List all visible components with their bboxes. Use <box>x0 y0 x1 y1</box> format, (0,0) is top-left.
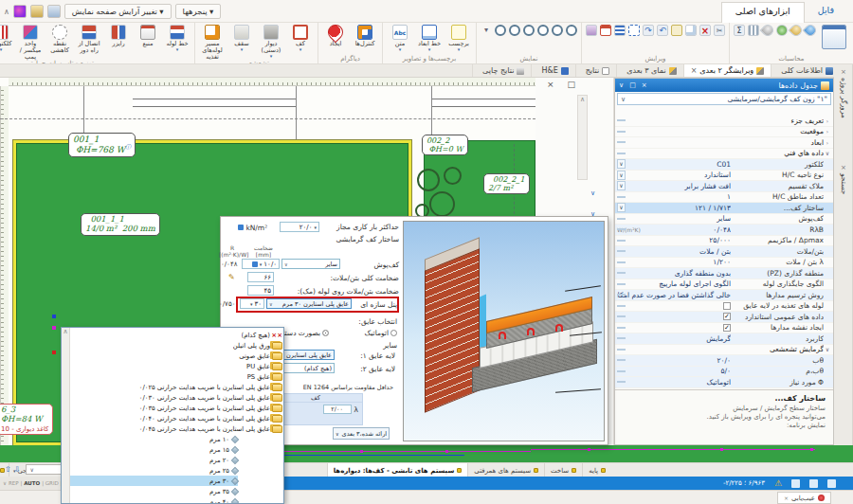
edit-pencil-icon[interactable]: ✎ <box>228 273 235 281</box>
close-tab-icon[interactable]: × <box>691 66 698 75</box>
ribbon-button[interactable] <box>494 25 507 37</box>
ribbon-button[interactable] <box>747 25 760 37</box>
combo-arrow-icon[interactable] <box>617 283 626 285</box>
ribbon-button[interactable] <box>565 25 578 37</box>
document-tab[interactable]: نتایج چاپی <box>472 64 531 77</box>
ribbon-button[interactable] <box>670 25 683 37</box>
property-row[interactable]: بتن/ملات بتن / ملات <box>615 246 833 258</box>
combo-arrow-icon[interactable] <box>617 218 626 220</box>
warning-icon[interactable]: ⚠ <box>774 478 782 488</box>
structural-panel-thickness-input[interactable]: ▾۳۰ <box>240 298 264 309</box>
document-tab[interactable]: ویرایشگر ۲ بعدی × <box>683 64 771 77</box>
scrollbar[interactable]: ∧ <box>577 95 588 180</box>
thickness-option[interactable]: ۱۰ مرم <box>70 434 238 444</box>
ribbon-button[interactable] <box>642 25 655 37</box>
ribbon-button[interactable] <box>480 25 493 37</box>
document-tab[interactable]: H&E <box>531 64 574 77</box>
ribbon-tab[interactable]: ابزارهای اصلی <box>721 2 805 23</box>
property-row[interactable]: ‹ تعریف جزء <box>615 116 833 127</box>
ribbon-button[interactable]: اتصال از راه دور <box>75 25 103 54</box>
color-wheel-icon[interactable] <box>13 5 27 18</box>
property-row[interactable]: θب،م ۵/۰ <box>615 367 833 378</box>
property-row[interactable]: الگوی جایگذاری لوله الگوی اجرای لوله مار… <box>615 279 833 291</box>
dropdown-item[interactable]: ‹ عایق PS <box>70 371 284 382</box>
selection-grip[interactable] <box>52 315 56 318</box>
thickness-option[interactable]: ۲۰ مرم <box>70 455 238 465</box>
property-row[interactable]: ‹ ابعاد <box>615 137 833 149</box>
dropdown-item[interactable]: ‹ ورق پلی اتیلن <box>70 340 284 351</box>
ribbon-button[interactable]: کف▾ <box>286 25 315 52</box>
checkbox[interactable]: ✓ <box>723 324 731 332</box>
room-label-001[interactable]: 001_1 ΦH=768 Wⓘ <box>68 133 136 157</box>
property-value[interactable]: C01 <box>617 160 731 169</box>
panel-header[interactable]: جدول داده‌ها × □ ∨ <box>615 79 833 92</box>
combo-arrow-icon[interactable] <box>617 359 626 361</box>
property-row[interactable]: ∨ داده هاي فني <box>615 149 833 160</box>
ribbon-button[interactable] <box>551 25 564 37</box>
combo-arrow-icon[interactable] <box>617 141 626 143</box>
ribbon-button[interactable] <box>733 25 746 37</box>
zone-label-001[interactable]: 001_1_1 14/0 m² 200 mm <box>81 213 160 236</box>
selection-grip[interactable] <box>52 326 56 330</box>
mode-toggles[interactable]: ∨ REP |AUTO| GRID | <box>0 477 61 490</box>
property-row[interactable]: RλB ۰/۰۴۸ (m²K)/W <box>615 225 833 236</box>
section-chevron-icon[interactable]: ∨ <box>824 346 831 352</box>
combo-arrow-icon[interactable] <box>617 272 626 274</box>
property-row[interactable]: تعداد مناطق H/C ۱ <box>615 192 833 204</box>
dropdown-item[interactable]: (هیچ کدام) <box>70 330 284 340</box>
ribbon-button[interactable] <box>775 25 789 37</box>
property-row[interactable]: ‹ موقعیت <box>615 127 833 138</box>
combo-arrow-icon[interactable]: ∨ <box>617 181 626 190</box>
dropdown-item[interactable]: ‹ عایق پلی استایرن با ضریب هدایت حرارتی … <box>70 413 284 423</box>
covering-combo[interactable]: سایر∨ <box>281 259 340 269</box>
info-badge-icon[interactable]: ⓘ <box>125 143 131 150</box>
flag-status-icon[interactable] <box>791 479 800 488</box>
radio-icon[interactable] <box>390 330 397 336</box>
combo-arrow-icon[interactable] <box>617 131 626 133</box>
thickness-option[interactable]: ۲۵ مرم <box>70 465 238 476</box>
property-value[interactable]: اتوماتیک <box>617 378 731 387</box>
close-window-icon[interactable]: × <box>547 80 554 89</box>
combo-arrow-icon[interactable] <box>617 119 626 121</box>
printer-icon[interactable] <box>30 5 44 18</box>
3d-view-button[interactable]: ارائه شده،۳ بعدی∨ <box>333 427 390 440</box>
property-row[interactable]: ساختار کف... ۱/۷۱۳ / ۱۲۱ ∨ <box>615 203 833 214</box>
ribbon-button[interactable] <box>713 25 726 37</box>
close-icon[interactable]: × <box>841 164 846 171</box>
combo-arrow-icon[interactable]: ∨ <box>617 159 626 169</box>
structural-panel-combo[interactable]: عایق پلی استایرن ۳۰ مرم∨ <box>266 298 352 309</box>
dropdown-item[interactable]: ‹ عایق صوتی <box>70 351 284 361</box>
combo-arrow-icon[interactable] <box>617 250 626 252</box>
combo-arrow-icon[interactable] <box>617 196 626 198</box>
property-row[interactable]: λ بتن / ملات ۱/۲۰۰ <box>615 258 833 269</box>
room-label-006[interactable]: 6_3 ΦH=84 W کاغذ دیواری - 10 <box>0 404 53 435</box>
ribbon-button[interactable]: منبع <box>134 25 162 47</box>
combo-arrow-icon[interactable]: ∨ <box>617 203 626 212</box>
property-row[interactable]: ایجاد نقشه مدارها ✓ <box>615 323 833 334</box>
sidebar-tab-project-browser[interactable]: × مرورگر پروژه <box>836 68 851 118</box>
dropdown-item[interactable]: ‹ عایق پلی استایرن با ضریب هدایت حرارتی … <box>70 382 284 392</box>
combo-arrow-icon[interactable] <box>617 315 626 317</box>
property-row[interactable]: ∨ گرمایش تشعشعی <box>615 345 833 356</box>
ribbon-button[interactable]: کلکتورها▾ <box>0 25 15 52</box>
diagnostics-tab[interactable]: عیب‌یابی × <box>777 492 831 504</box>
property-row[interactable]: کلکتور C01 ∨ <box>615 159 833 171</box>
combo-arrow-icon[interactable]: ∨ <box>617 171 626 180</box>
selection-grip[interactable] <box>52 351 56 354</box>
maximize-panel-icon[interactable]: □ <box>629 81 636 89</box>
wall-segment[interactable] <box>133 99 296 107</box>
collapse-ribbon-icon[interactable]: ∧ <box>4 8 9 16</box>
property-value[interactable]: افت فشار برابر <box>617 182 731 190</box>
property-value[interactable]: بتن / ملات <box>617 247 731 256</box>
layer-tab[interactable]: سیستم های همرفتی <box>467 463 544 477</box>
section-chevron-icon[interactable]: ‹ <box>824 128 831 135</box>
grid-status-icon[interactable] <box>827 479 836 488</box>
max-load-input[interactable]: ۲۰/۰▾ <box>280 222 319 232</box>
close-panel-icon[interactable]: × <box>642 81 647 89</box>
property-value[interactable]: ۲۰/۰ <box>617 356 731 365</box>
property-row[interactable]: داده های عمومی استاندارد ✓ <box>615 312 833 323</box>
ribbon-button[interactable] <box>599 25 612 37</box>
scroll-down-icon[interactable]: ⇩ <box>14 465 21 474</box>
dropdown-item[interactable]: ‹ عایق پلی استایرن با ضریب هدایت حرارتی … <box>70 392 284 403</box>
layer-tab[interactable]: پایه <box>582 463 611 477</box>
